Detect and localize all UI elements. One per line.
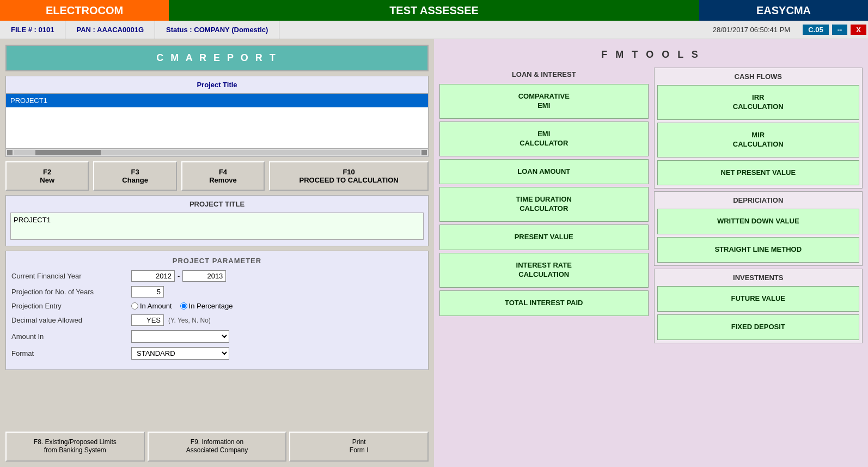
project-title-section-header: PROJECT TITLE bbox=[10, 200, 424, 208]
loan-interest-label: LOAN & INTEREST bbox=[439, 68, 649, 81]
radio-in-amount[interactable] bbox=[131, 302, 138, 310]
projection-years-row: Projection for No. of Years bbox=[11, 286, 423, 298]
cash-flows-section: CASH FLOWS IRRCALCULATION MIRCALCULATION… bbox=[654, 68, 863, 189]
emi-calculator-button[interactable]: EMICALCULATOR bbox=[439, 122, 649, 156]
f10-proceed-button[interactable]: F10PROCEED TO CALCULATION bbox=[269, 161, 429, 191]
f8-banking-button[interactable]: F8. Existing/Proposed Limitsfrom Banking… bbox=[5, 432, 145, 462]
status-label: Status : COMPANY (Domestic) bbox=[155, 21, 279, 39]
fixed-deposit-button[interactable]: FIXED DEPOSIT bbox=[657, 314, 860, 340]
project-title-textarea[interactable] bbox=[10, 213, 424, 240]
net-present-value-button[interactable]: NET PRESENT VALUE bbox=[657, 160, 860, 186]
file-number: FILE # : 0101 bbox=[0, 21, 65, 39]
function-buttons: F2New F3Change F4Remove F10PROCEED TO CA… bbox=[5, 161, 429, 191]
mir-calculation-button[interactable]: MIRCALCULATION bbox=[657, 123, 860, 157]
decimal-row: Decimal value Allowed (Y. Yes, N. No) bbox=[11, 314, 423, 326]
cma-report-header: C M A R E P O R T bbox=[5, 45, 429, 71]
test-assessee-label: TEST ASSESSEE bbox=[169, 0, 699, 21]
scrollbar-track[interactable] bbox=[14, 150, 421, 155]
f2-new-button[interactable]: F2New bbox=[5, 161, 89, 191]
right-panel: F M T O O L S LOAN & INTEREST COMPARATIV… bbox=[434, 39, 868, 467]
depreciation-label: DEPRICIATION bbox=[657, 195, 860, 206]
projection-years-input[interactable] bbox=[131, 286, 164, 298]
datetime-label: 28/01/2017 06:50:41 PM bbox=[702, 21, 801, 39]
decimal-hint: (Y. Yes, N. No) bbox=[168, 317, 211, 324]
future-value-button[interactable]: FUTURE VALUE bbox=[657, 286, 860, 312]
dash-button[interactable]: -- bbox=[832, 25, 848, 35]
investments-label: INVESTMENTS bbox=[657, 272, 860, 283]
written-down-value-button[interactable]: WRITTEN DOWN VALUE bbox=[657, 209, 860, 234]
time-duration-button[interactable]: TIME DURATIONCALCULATOR bbox=[439, 187, 649, 222]
f4-remove-button[interactable]: F4Remove bbox=[181, 161, 265, 191]
f3-change-button[interactable]: F3Change bbox=[93, 161, 176, 191]
right-tools-column: CASH FLOWS IRRCALCULATION MIRCALCULATION… bbox=[654, 68, 863, 462]
current-fy-label: Current Financial Year bbox=[11, 272, 131, 280]
project-title-input-section: PROJECT TITLE bbox=[5, 195, 429, 246]
project-title-section: Project Title PROJECT1 bbox=[5, 76, 429, 157]
irr-calculation-button[interactable]: IRRCALCULATION bbox=[657, 85, 860, 120]
fm-tools-title: F M T O O L S bbox=[439, 45, 863, 65]
c05-button[interactable]: C.05 bbox=[803, 25, 828, 35]
loan-interest-column: LOAN & INTEREST COMPARATIVEEMI EMICALCUL… bbox=[439, 68, 649, 462]
depreciation-section: DEPRICIATION WRITTEN DOWN VALUE STRAIGHT… bbox=[654, 191, 863, 266]
fy-to-input[interactable] bbox=[182, 270, 226, 282]
scrollbar-thumb[interactable] bbox=[35, 150, 101, 155]
project-param-header: PROJECT PARAMETER bbox=[11, 257, 423, 265]
projection-entry-row: Projection Entry In Amount In Percentage bbox=[11, 302, 423, 310]
straight-line-method-button[interactable]: STRAIGHT LINE METHOD bbox=[657, 237, 860, 263]
decimal-input[interactable] bbox=[131, 314, 164, 326]
format-select[interactable]: STANDARD DETAILED COMPACT bbox=[131, 347, 229, 360]
amount-in-label: Amount In bbox=[11, 332, 131, 341]
easycma-logo: EASYCMA bbox=[699, 0, 868, 21]
interest-rate-button[interactable]: INTEREST RATECALCULATION bbox=[439, 253, 649, 288]
comparative-emi-button[interactable]: COMPARATIVEEMI bbox=[439, 84, 649, 119]
loan-amount-button[interactable]: LOAN AMOUNT bbox=[439, 159, 649, 185]
print-form-button[interactable]: PrintForm I bbox=[289, 432, 429, 462]
projection-years-label: Projection for No. of Years bbox=[11, 288, 131, 296]
project-list-item[interactable]: PROJECT1 bbox=[6, 94, 428, 107]
projection-entry-radio-group: In Amount In Percentage bbox=[131, 302, 233, 310]
total-interest-button[interactable]: TOTAL INTEREST PAID bbox=[439, 290, 649, 316]
radio-in-amount-label[interactable]: In Amount bbox=[131, 302, 172, 310]
cash-flows-label: CASH FLOWS bbox=[657, 71, 860, 82]
radio-in-percentage-label[interactable]: In Percentage bbox=[180, 302, 233, 310]
amount-in-select[interactable] bbox=[131, 330, 229, 343]
decimal-label: Decimal value Allowed bbox=[11, 316, 131, 324]
pan-number: PAN : AAACA0001G bbox=[65, 21, 155, 39]
current-fy-row: Current Financial Year - bbox=[11, 270, 423, 282]
investments-section: INVESTMENTS FUTURE VALUE FIXED DEPOSIT bbox=[654, 269, 863, 343]
electrocom-logo: ELECTROCOM bbox=[0, 0, 169, 21]
left-panel: C M A R E P O R T Project Title PROJECT1 bbox=[0, 39, 434, 467]
radio-in-percentage[interactable] bbox=[180, 302, 187, 310]
amount-in-row: Amount In bbox=[11, 330, 423, 343]
project-list[interactable]: PROJECT1 bbox=[6, 94, 428, 148]
close-button[interactable]: X bbox=[851, 25, 866, 35]
horizontal-scrollbar[interactable] bbox=[6, 148, 428, 156]
format-row: Format STANDARD DETAILED COMPACT bbox=[11, 347, 423, 360]
fy-from-input[interactable] bbox=[131, 270, 175, 282]
project-title-header: Project Title bbox=[6, 76, 428, 94]
project-param-section: PROJECT PARAMETER Current Financial Year… bbox=[5, 251, 429, 370]
format-label: Format bbox=[11, 349, 131, 357]
f9-associated-button[interactable]: F9. Information onAssociated Company bbox=[148, 432, 287, 462]
tools-grid: LOAN & INTEREST COMPARATIVEEMI EMICALCUL… bbox=[439, 68, 863, 462]
bottom-buttons: F8. Existing/Proposed Limitsfrom Banking… bbox=[5, 432, 429, 462]
present-value-button[interactable]: PRESENT VALUE bbox=[439, 225, 649, 250]
projection-entry-label: Projection Entry bbox=[11, 302, 131, 310]
